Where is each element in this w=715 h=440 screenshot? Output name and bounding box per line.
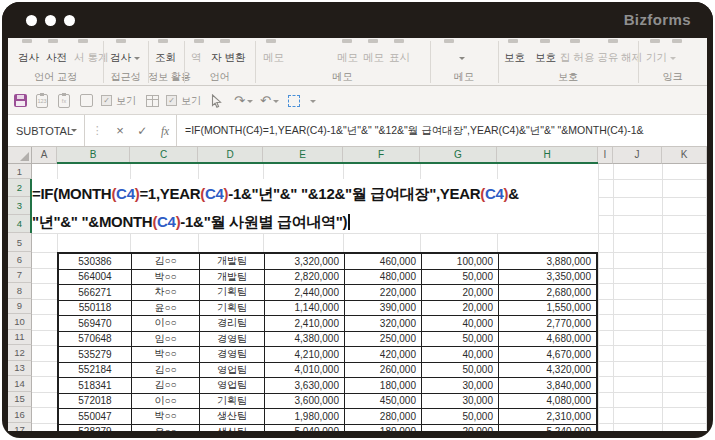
drag-handle-icon[interactable]: ⋮ [92, 124, 103, 137]
ribbon-button-조회[interactable]: 조회 [155, 48, 176, 66]
cell[interactable]: 30,000 [422, 394, 499, 410]
row-header-12[interactable]: 12 [8, 345, 32, 361]
row-header-5[interactable]: 5 [8, 233, 32, 252]
view-checkbox-2-icon[interactable]: ✓ [166, 93, 177, 108]
cell[interactable]: 경영팀 [200, 347, 265, 363]
cell[interactable]: 572018 [59, 394, 132, 410]
cursor-icon[interactable] [211, 93, 222, 108]
ribbon-button-집 허용 공유 해제[interactable]: 집 허용 공유 해제 [560, 48, 642, 66]
cell[interactable]: 570648 [59, 332, 132, 348]
cell[interactable]: 20,000 [422, 285, 499, 301]
column-header-A[interactable]: A [32, 147, 57, 164]
cell[interactable]: 5,240,000 [499, 425, 596, 432]
row-header-8[interactable]: 8 [8, 283, 32, 299]
cell[interactable]: 1,550,000 [499, 301, 596, 317]
row-header-15[interactable]: 15 [8, 392, 32, 408]
cell[interactable]: 박○○ [132, 270, 200, 286]
paste-numbers-icon[interactable]: 123 [36, 93, 48, 108]
window-dot-2-icon[interactable] [45, 15, 56, 26]
cell[interactable]: 5,040,000 [265, 425, 345, 432]
view-checkbox-icon[interactable]: ✓ [101, 93, 112, 108]
cell[interactable]: 180,000 [345, 378, 422, 394]
row-header-4[interactable]: 4 [8, 215, 32, 233]
cell[interactable]: 4,680,000 [499, 332, 596, 348]
cell[interactable]: 4,210,000 [265, 347, 345, 363]
in-cell-formula-editor[interactable]: =IF(MONTH(C4)=1,YEAR(C4)-1&"년"&" "&12&"월… [32, 179, 598, 233]
ribbon-button-메모[interactable]: 메모 [263, 48, 284, 66]
cell[interactable]: 3,600,000 [265, 394, 345, 410]
border-box-icon[interactable] [80, 93, 93, 108]
cell[interactable]: 50,000 [422, 270, 499, 286]
select-all-corner[interactable] [8, 147, 32, 164]
cell[interactable]: 518341 [59, 378, 132, 394]
ribbon-button-보호[interactable]: 보호 [535, 48, 556, 66]
row-header-2[interactable]: 2 [8, 179, 32, 197]
cell[interactable]: 윤○○ [132, 301, 200, 317]
cell[interactable]: 차○○ [132, 285, 200, 301]
cell[interactable]: 김○○ [132, 363, 200, 379]
cell[interactable]: 180,000 [345, 425, 422, 432]
cell[interactable]: 1,980,000 [265, 409, 345, 425]
cell[interactable]: 3,350,000 [499, 270, 596, 286]
cell[interactable]: 이○○ [132, 394, 200, 410]
cell[interactable]: 기획팀 [200, 285, 265, 301]
cell[interactable]: 2,410,000 [265, 316, 345, 332]
row-header-14[interactable]: 14 [8, 376, 32, 392]
cell[interactable]: 250,000 [345, 332, 422, 348]
cell[interactable]: 260,000 [345, 363, 422, 379]
undo-icon[interactable]: ↶ [260, 93, 279, 108]
more-commands-icon[interactable] [310, 93, 316, 108]
column-header-J[interactable]: J [613, 147, 662, 164]
cell[interactable]: 기획팀 [200, 301, 265, 317]
ribbon-button-검사[interactable]: 검사 [18, 48, 39, 66]
cell[interactable]: 552184 [59, 363, 132, 379]
cell[interactable]: 50,000 [422, 363, 499, 379]
fit-selection-icon[interactable] [288, 93, 300, 108]
cell[interactable]: 50,000 [422, 332, 499, 348]
cell[interactable]: 박○○ [132, 347, 200, 363]
cell[interactable]: 1,140,000 [265, 301, 345, 317]
cell[interactable]: 김○○ [132, 254, 200, 270]
cell[interactable]: 569470 [59, 316, 132, 332]
cell[interactable]: 영업팀 [200, 363, 265, 379]
ribbon-button-메모[interactable]: 메모 [363, 48, 384, 66]
cell[interactable]: 3,630,000 [265, 378, 345, 394]
row-header-3[interactable]: 3 [8, 197, 32, 215]
cell[interactable]: 460,000 [345, 254, 422, 270]
cell[interactable]: 320,000 [345, 316, 422, 332]
ribbon-button-사전[interactable]: 사전 [46, 48, 67, 66]
cell[interactable]: 개발팀 [200, 254, 265, 270]
row-header-13[interactable]: 13 [8, 361, 32, 377]
column-header-I[interactable]: I [598, 147, 613, 164]
row-header-11[interactable]: 11 [8, 330, 32, 346]
cell[interactable]: 4,670,000 [499, 347, 596, 363]
cell[interactable]: 566271 [59, 285, 132, 301]
formula-input[interactable]: =IF(MONTH(C4)=1,YEAR(C4)-1&"년"&" "&12&"월… [177, 115, 707, 146]
cell[interactable]: 20,000 [422, 425, 499, 432]
name-box-dropdown-icon[interactable] [71, 129, 77, 135]
redo-icon[interactable]: ↷ [234, 93, 253, 108]
cell[interactable]: 4,380,000 [265, 332, 345, 348]
cell[interactable]: 2,820,000 [265, 270, 345, 286]
cell[interactable]: 4,320,000 [499, 363, 596, 379]
cell[interactable]: 2,440,000 [265, 285, 345, 301]
insert-function-icon[interactable]: fx [161, 125, 169, 137]
ribbon-button-표시[interactable]: 표시 [389, 48, 410, 66]
cell[interactable]: 2,770,000 [499, 316, 596, 332]
column-header-K[interactable]: K [662, 147, 707, 164]
save-icon[interactable] [14, 93, 27, 108]
cell[interactable]: 3,320,000 [265, 254, 345, 270]
cell[interactable]: 280,000 [345, 409, 422, 425]
ribbon-button-자 변환[interactable]: 자 변환 [211, 48, 245, 66]
cell[interactable]: 20,000 [422, 301, 499, 317]
cell[interactable]: 390,000 [345, 301, 422, 317]
paste-formulas-icon[interactable]: fx [58, 93, 70, 108]
cell[interactable]: 30,000 [422, 378, 499, 394]
cancel-icon[interactable]: × [116, 123, 124, 138]
window-dot-1-icon[interactable] [26, 15, 37, 26]
row-header-9[interactable]: 9 [8, 299, 32, 315]
cell[interactable]: 564004 [59, 270, 132, 286]
ribbon-button-역[interactable]: 역 [191, 48, 202, 66]
ribbon-button-보호[interactable]: 보호 [504, 48, 525, 66]
cell[interactable]: 220,000 [345, 285, 422, 301]
